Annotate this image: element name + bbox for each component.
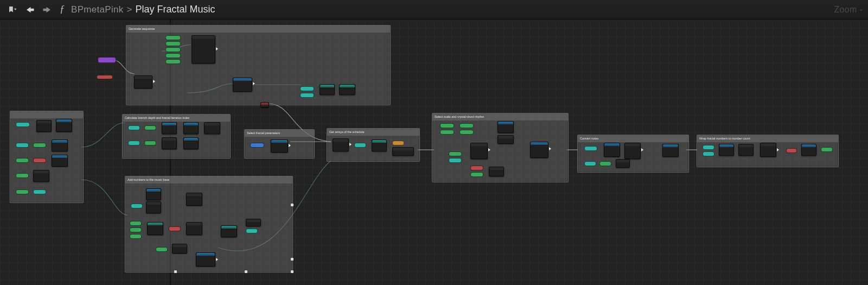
graph-node[interactable] <box>271 140 288 153</box>
graph-node[interactable] <box>489 167 504 176</box>
graph-node[interactable] <box>339 84 355 95</box>
blueprint-graph-canvas[interactable]: Generate sequence <box>0 20 868 285</box>
variable-node[interactable] <box>130 221 142 226</box>
graph-node[interactable] <box>604 143 620 157</box>
graph-node[interactable] <box>146 201 161 213</box>
variable-node[interactable] <box>821 147 833 152</box>
variable-node[interactable] <box>144 125 156 130</box>
nav-back-button[interactable] <box>23 3 37 16</box>
variable-node[interactable] <box>786 148 797 153</box>
comment-misc-left[interactable] <box>10 111 84 203</box>
resize-handle[interactable] <box>174 270 177 273</box>
variable-node[interactable] <box>165 53 181 58</box>
variable-node[interactable] <box>128 125 140 130</box>
graph-node[interactable] <box>147 222 163 235</box>
comment-wrap-numbers[interactable]: Wrap fractal numbers to number count <box>697 135 839 167</box>
graph-node[interactable] <box>56 119 72 132</box>
comment-select-fractal-params[interactable]: Select fractal parameters <box>244 129 315 159</box>
graph-node[interactable] <box>372 140 387 151</box>
resize-handle[interactable] <box>245 270 247 273</box>
graph-node[interactable] <box>204 122 220 134</box>
comment-get-arrays[interactable]: Get arrays of the schedule <box>327 128 420 162</box>
variable-node[interactable] <box>703 145 714 150</box>
comment-add-numbers[interactable]: Add numbers to the music base <box>125 176 293 273</box>
graph-node[interactable] <box>246 219 261 226</box>
graph-node[interactable] <box>146 188 161 200</box>
graph-node[interactable] <box>530 142 548 158</box>
variable-node[interactable] <box>246 229 258 233</box>
comment-calc-branch-depth[interactable]: Calculate branch depth and fractal itera… <box>122 114 231 159</box>
variable-node[interactable] <box>703 151 714 156</box>
variable-node[interactable] <box>16 173 29 178</box>
variable-node[interactable] <box>156 247 168 252</box>
graph-node[interactable] <box>183 122 199 134</box>
graph-node[interactable] <box>801 144 816 156</box>
variable-node[interactable] <box>470 166 483 170</box>
variable-node[interactable] <box>16 189 29 194</box>
graph-node[interactable] <box>186 222 202 235</box>
graph-node[interactable] <box>719 144 734 156</box>
variable-node[interactable] <box>144 141 156 145</box>
variable-node[interactable] <box>165 47 181 52</box>
variable-node[interactable] <box>128 141 140 145</box>
variable-node[interactable] <box>130 234 142 239</box>
reroute-node[interactable] <box>260 102 269 107</box>
variable-node[interactable] <box>16 158 29 163</box>
comment-select-scale[interactable]: Select scale and crystal chord rhythm <box>432 113 569 182</box>
variable-node[interactable] <box>33 143 46 148</box>
graph-node[interactable] <box>616 159 630 168</box>
variable-node[interactable] <box>250 143 264 148</box>
nav-forward-button[interactable] <box>40 3 54 16</box>
variable-node[interactable] <box>584 161 596 166</box>
variable-node[interactable] <box>449 151 462 156</box>
function-entry-node[interactable] <box>98 57 116 63</box>
variable-node[interactable] <box>16 122 30 127</box>
breadcrumb-root[interactable]: BPmetaPink <box>71 4 124 15</box>
variable-node[interactable] <box>459 130 474 135</box>
graph-node[interactable] <box>738 144 754 156</box>
variable-node[interactable] <box>97 75 113 79</box>
graph-node[interactable] <box>233 78 252 92</box>
variable-node[interactable] <box>392 141 404 145</box>
variable-node[interactable] <box>165 41 181 46</box>
graph-node[interactable] <box>497 121 514 133</box>
variable-node[interactable] <box>440 123 454 128</box>
graph-node[interactable] <box>186 193 202 206</box>
variable-node[interactable] <box>449 158 462 163</box>
graph-node[interactable] <box>320 84 335 95</box>
variable-node[interactable] <box>599 161 611 166</box>
graph-node[interactable] <box>221 225 237 237</box>
save-menu-button[interactable] <box>5 3 20 16</box>
resize-handle[interactable] <box>291 270 293 273</box>
graph-node[interactable] <box>196 252 215 267</box>
variable-node[interactable] <box>300 86 314 91</box>
graph-node[interactable] <box>134 75 152 88</box>
variable-node[interactable] <box>470 172 483 177</box>
resize-handle[interactable] <box>291 258 293 261</box>
comment-convert-notes[interactable]: Convert notes <box>577 135 689 173</box>
graph-node[interactable] <box>36 120 52 132</box>
variable-node[interactable] <box>165 35 181 40</box>
variable-node[interactable] <box>584 146 597 151</box>
variable-node[interactable] <box>169 226 181 231</box>
graph-node[interactable] <box>662 144 679 157</box>
variable-node[interactable] <box>440 130 454 135</box>
variable-node[interactable] <box>33 158 46 163</box>
graph-node[interactable] <box>162 137 177 149</box>
graph-node[interactable] <box>333 138 349 151</box>
variable-node[interactable] <box>16 143 29 148</box>
variable-node[interactable] <box>33 189 46 194</box>
resize-handle[interactable] <box>291 204 293 206</box>
graph-node[interactable] <box>33 170 49 182</box>
variable-node[interactable] <box>130 227 142 232</box>
variable-node[interactable] <box>165 59 181 64</box>
graph-node[interactable] <box>470 143 488 159</box>
graph-node[interactable] <box>624 143 641 159</box>
variable-node[interactable] <box>354 143 366 148</box>
graph-node[interactable] <box>392 147 414 156</box>
graph-node[interactable] <box>52 140 68 151</box>
graph-node[interactable] <box>760 143 776 157</box>
variable-node[interactable] <box>300 93 314 98</box>
variable-node[interactable] <box>459 123 474 128</box>
graph-node[interactable] <box>162 122 177 134</box>
